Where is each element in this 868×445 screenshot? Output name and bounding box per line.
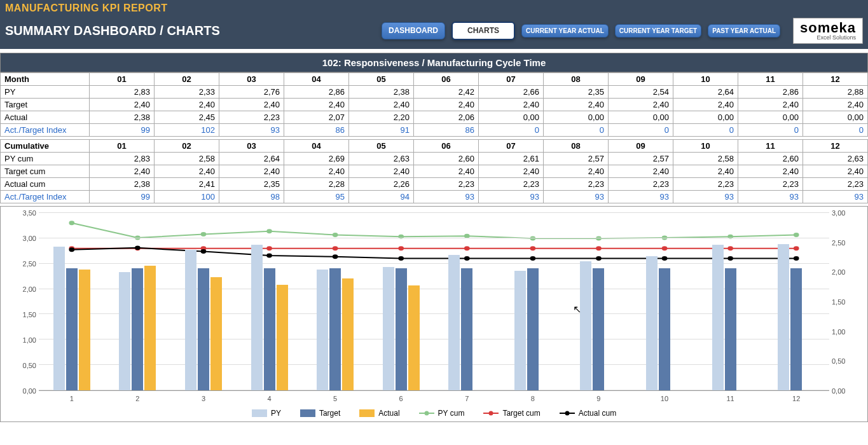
y-axis-left: 0,000,501,001,502,002,503,003,50 — [13, 213, 39, 391]
bar-actual — [79, 270, 90, 390]
nav-buttons: DASHBOARD CHARTS CURRENT YEAR ACTUAL CUR… — [382, 18, 863, 44]
svg-point-25 — [135, 245, 141, 250]
logo-text: someka — [800, 21, 856, 35]
charts-button[interactable]: CHARTS — [451, 22, 515, 40]
svg-point-21 — [662, 246, 668, 250]
bar-py — [646, 256, 658, 390]
bar-py — [778, 244, 789, 390]
bar-py — [448, 255, 460, 390]
bar-py — [514, 271, 526, 390]
svg-point-7 — [530, 236, 536, 241]
kpi-section-title: 102: Responsiveness / Manufacturing Cycl… — [0, 53, 868, 72]
page-subtitle: SUMMARY DASHBOARD / CHARTS — [5, 24, 220, 38]
chart-legend: PYTargetActualPY cumTarget cumActual cum — [13, 409, 855, 418]
svg-point-16 — [333, 246, 338, 250]
bar-target — [790, 268, 802, 390]
past-year-actual-button[interactable]: PAST YEAR ACTUAL — [708, 24, 780, 38]
kpi-chart: 0,000,501,001,502,002,503,003,50 0,000,5… — [0, 206, 868, 422]
bar-py — [185, 250, 196, 390]
svg-point-28 — [333, 254, 338, 259]
cumulative-table: Cumulative010203040506070809101112 PY cu… — [0, 139, 868, 203]
table-row: Target cum2,402,402,402,402,402,402,402,… — [1, 165, 868, 178]
bar-target — [461, 268, 472, 390]
bar-actual — [277, 285, 288, 390]
header-bar: MANUFACTURING KPI REPORT — [0, 0, 868, 17]
svg-point-17 — [398, 246, 404, 250]
bar-target — [396, 268, 407, 390]
someka-logo: someka Excel Solutions — [793, 18, 863, 44]
bar-py — [383, 267, 394, 390]
svg-point-11 — [794, 233, 799, 237]
legend-item: Actual — [359, 409, 399, 418]
bar-target — [198, 268, 209, 390]
svg-point-31 — [530, 256, 536, 261]
y-axis-right: 0,000,501,001,502,002,503,00 — [829, 213, 855, 391]
legend-item: Target — [300, 409, 340, 418]
bar-actual — [210, 277, 222, 390]
table-row: Target2,402,402,402,402,402,402,402,402,… — [1, 99, 868, 111]
bar-py — [53, 247, 65, 390]
bar-target — [66, 268, 78, 390]
svg-point-29 — [398, 256, 404, 261]
bar-target — [527, 268, 539, 390]
subtitle-bar: SUMMARY DASHBOARD / CHARTS DASHBOARD CHA… — [0, 17, 868, 49]
report-title: MANUFACTURING KPI REPORT — [5, 3, 168, 14]
bar-py — [580, 261, 591, 390]
table-row: Actual cum2,382,412,352,282,262,232,232,… — [1, 178, 868, 191]
legend-item: Actual cum — [560, 409, 616, 418]
bar-target — [725, 268, 736, 390]
bar-target — [264, 268, 275, 390]
svg-point-0 — [69, 221, 74, 225]
bar-target — [329, 268, 341, 390]
bar-py — [712, 245, 724, 390]
svg-point-2 — [201, 232, 207, 236]
svg-point-3 — [266, 229, 272, 233]
bar-target — [132, 268, 143, 390]
bar-target — [593, 268, 604, 390]
svg-point-13 — [135, 246, 141, 250]
legend-item: PY cum — [419, 409, 465, 418]
plot-area — [39, 213, 829, 391]
table-row: Act./Target Index99100989594939393939393… — [1, 191, 868, 203]
bar-target — [659, 268, 670, 390]
bar-actual — [342, 278, 354, 390]
dashboard-button[interactable]: DASHBOARD — [382, 22, 445, 39]
svg-point-8 — [596, 236, 602, 241]
legend-item: Target cum — [483, 409, 540, 418]
legend-item: PY — [252, 409, 281, 418]
current-year-target-button[interactable]: CURRENT YEAR TARGET — [615, 24, 701, 38]
monthly-table: Month010203040506070809101112 PY2,832,33… — [0, 72, 868, 137]
x-axis-labels: 123456789101112 — [39, 391, 829, 402]
logo-subtext: Excel Solutions — [800, 35, 856, 41]
svg-point-32 — [596, 256, 602, 261]
table-row: Act./Target Index9910293869186000000 — [1, 124, 868, 137]
bar-py — [119, 272, 130, 390]
table-row: PY cum2,832,582,642,692,632,602,612,572,… — [1, 153, 868, 165]
current-year-actual-button[interactable]: CURRENT YEAR ACTUAL — [521, 24, 609, 38]
svg-point-4 — [333, 233, 338, 237]
svg-point-18 — [464, 246, 470, 250]
bar-actual — [408, 285, 420, 390]
bar-actual — [144, 266, 156, 390]
svg-point-20 — [596, 246, 602, 250]
bar-py — [251, 245, 263, 390]
table-row: PY2,832,332,762,862,382,422,662,352,542,… — [1, 86, 868, 99]
svg-point-19 — [530, 246, 536, 250]
bar-py — [317, 270, 328, 390]
table-row: Actual2,382,452,232,072,202,060,000,000,… — [1, 111, 868, 124]
